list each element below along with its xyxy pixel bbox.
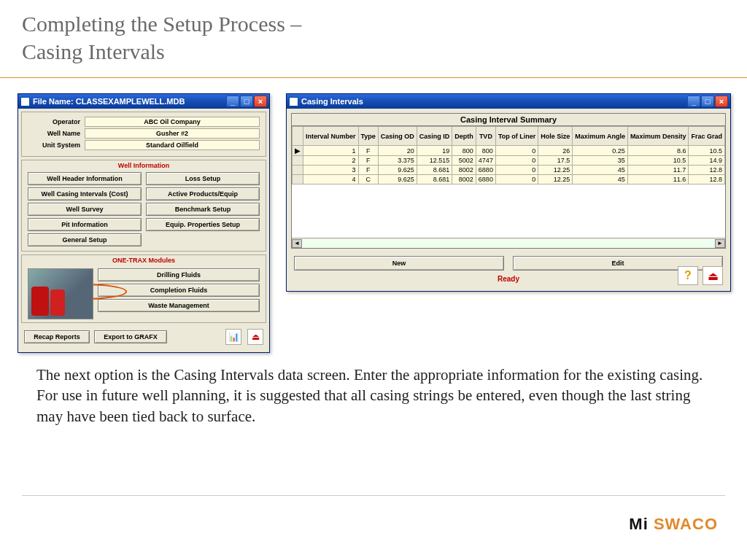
horizontal-scrollbar[interactable]: ◄ ► bbox=[292, 238, 725, 248]
column-header[interactable]: Frac Grad bbox=[689, 127, 725, 146]
row-selector[interactable] bbox=[293, 156, 303, 166]
row-selector[interactable] bbox=[293, 175, 303, 184]
close-button[interactable]: × bbox=[715, 96, 728, 107]
titlebar-right[interactable]: Casing Intervals _ □ × bbox=[287, 94, 730, 109]
titlebar-left[interactable]: File Name: CLASSEXAMPLEWELL.MDB _ □ × bbox=[18, 94, 269, 109]
exit-icon[interactable]: ⏏ bbox=[247, 329, 263, 345]
table-cell[interactable]: 12.8 bbox=[689, 175, 725, 184]
table-cell[interactable]: 0 bbox=[495, 166, 538, 175]
pit-info-button[interactable]: Pit Information bbox=[28, 218, 142, 231]
column-header[interactable]: Top of Liner bbox=[495, 127, 538, 146]
table-cell[interactable]: 800 bbox=[452, 146, 476, 156]
well-survey-button[interactable]: Well Survey bbox=[28, 203, 142, 216]
table-row[interactable]: 3F9.6258.68180026880012.254511.712.8 bbox=[293, 166, 725, 175]
table-cell[interactable]: 8.681 bbox=[417, 175, 452, 184]
value-operator: ABC Oil Company bbox=[85, 117, 260, 127]
column-header[interactable]: Type bbox=[358, 127, 378, 146]
well-header-button[interactable]: Well Header Information bbox=[28, 172, 142, 185]
scroll-left-icon[interactable]: ◄ bbox=[292, 239, 302, 248]
row-selector[interactable] bbox=[293, 166, 303, 175]
column-header[interactable]: Hole Size bbox=[538, 127, 573, 146]
minimize-button[interactable]: _ bbox=[687, 96, 700, 107]
table-cell[interactable]: 0 bbox=[495, 156, 538, 166]
column-header[interactable]: Depth bbox=[452, 127, 476, 146]
general-setup-button[interactable]: General Setup bbox=[28, 233, 142, 246]
table-cell[interactable]: 12.8 bbox=[689, 166, 725, 175]
table-cell[interactable]: 6880 bbox=[476, 175, 495, 184]
table-row[interactable]: ▶1F20198008000260.258.610.5 bbox=[293, 146, 725, 156]
close-button[interactable]: × bbox=[254, 96, 267, 107]
table-cell[interactable]: 2 bbox=[303, 156, 359, 166]
table-cell[interactable]: 26 bbox=[538, 146, 573, 156]
scroll-right-icon[interactable]: ► bbox=[715, 239, 725, 248]
table-cell[interactable]: 0.25 bbox=[573, 146, 628, 156]
benchmark-button[interactable]: Benchmark Setup bbox=[146, 203, 260, 216]
table-cell[interactable]: 3.375 bbox=[378, 156, 417, 166]
scroll-track[interactable] bbox=[302, 239, 715, 248]
column-header[interactable]: Casing ID bbox=[417, 127, 452, 146]
table-cell[interactable]: 12.25 bbox=[538, 175, 573, 184]
table-cell[interactable]: 20 bbox=[378, 146, 417, 156]
table-cell[interactable]: 12.515 bbox=[417, 156, 452, 166]
table-cell[interactable]: 0 bbox=[495, 175, 538, 184]
table-cell[interactable]: C bbox=[358, 175, 378, 184]
table-cell[interactable]: 9.625 bbox=[378, 175, 417, 184]
row-selector[interactable]: ▶ bbox=[293, 146, 303, 156]
table-cell[interactable]: 11.6 bbox=[627, 175, 689, 184]
maximize-button[interactable]: □ bbox=[240, 96, 253, 107]
table-cell[interactable]: 19 bbox=[417, 146, 452, 156]
table-cell[interactable]: 10.5 bbox=[627, 156, 689, 166]
table-cell[interactable]: 4747 bbox=[476, 156, 495, 166]
table-cell[interactable]: 35 bbox=[573, 156, 628, 166]
divider-bottom bbox=[22, 495, 725, 496]
table-cell[interactable]: F bbox=[358, 166, 378, 175]
column-header[interactable]: Maximum Density bbox=[627, 127, 689, 146]
drilling-fluids-button[interactable]: Drilling Fluids bbox=[98, 268, 260, 281]
recap-reports-button[interactable]: Recap Reports bbox=[24, 330, 90, 343]
casing-intervals-button[interactable]: Well Casing Intervals (Cost) bbox=[28, 187, 142, 201]
table-row[interactable]: 4C9.6258.68180026880012.254511.612.8 bbox=[293, 175, 725, 184]
active-products-button[interactable]: Active Products/Equip bbox=[146, 187, 260, 201]
new-button[interactable]: New bbox=[294, 256, 504, 271]
table-cell[interactable]: 17.5 bbox=[538, 156, 573, 166]
table-row[interactable]: 2F3.37512.51550024747017.53510.514.9 bbox=[293, 156, 725, 166]
column-header[interactable]: Casing OD bbox=[378, 127, 417, 146]
table-cell[interactable]: 9.625 bbox=[378, 166, 417, 175]
table-cell[interactable]: 45 bbox=[573, 175, 628, 184]
exit-icon[interactable]: ⏏ bbox=[703, 266, 723, 285]
table-cell[interactable]: F bbox=[358, 146, 378, 156]
section-title-wellinfo: Well Information bbox=[22, 160, 266, 171]
logo-mi: Mi bbox=[629, 515, 648, 533]
table-cell[interactable]: 12.25 bbox=[538, 166, 573, 175]
equip-props-button[interactable]: Equip. Properties Setup bbox=[146, 218, 260, 231]
table-cell[interactable]: 3 bbox=[303, 166, 359, 175]
table-cell[interactable]: 5002 bbox=[452, 156, 476, 166]
table-cell[interactable]: 800 bbox=[476, 146, 495, 156]
column-header[interactable]: Interval Number bbox=[303, 127, 359, 146]
waste-mgmt-button[interactable]: Waste Management bbox=[98, 299, 260, 312]
table-cell[interactable]: 1 bbox=[303, 146, 359, 156]
help-icon[interactable]: ? bbox=[678, 266, 698, 285]
maximize-button[interactable]: □ bbox=[701, 96, 714, 107]
column-header[interactable]: TVD bbox=[476, 127, 495, 146]
completion-fluids-button[interactable]: Completion Fluids bbox=[98, 284, 260, 297]
table-cell[interactable]: 11.7 bbox=[627, 166, 689, 175]
casing-table[interactable]: Interval NumberTypeCasing ODCasing IDDep… bbox=[292, 126, 725, 184]
column-header[interactable]: Maximum Angle bbox=[573, 127, 628, 146]
table-cell[interactable]: 4 bbox=[303, 175, 359, 184]
table-cell[interactable]: 45 bbox=[573, 166, 628, 175]
chart-icon[interactable]: 📊 bbox=[225, 329, 241, 345]
table-cell[interactable]: 8.6 bbox=[627, 146, 689, 156]
label-wellname: Well Name bbox=[28, 130, 85, 137]
table-cell[interactable]: 10.5 bbox=[689, 146, 725, 156]
table-cell[interactable]: 8.681 bbox=[417, 166, 452, 175]
table-cell[interactable]: F bbox=[358, 156, 378, 166]
export-grafx-button[interactable]: Export to GRAFX bbox=[94, 330, 167, 343]
loss-setup-button[interactable]: Loss Setup bbox=[146, 172, 260, 185]
table-cell[interactable]: 6880 bbox=[476, 166, 495, 175]
minimize-button[interactable]: _ bbox=[226, 96, 239, 107]
table-cell[interactable]: 0 bbox=[495, 146, 538, 156]
table-cell[interactable]: 14.9 bbox=[689, 156, 725, 166]
table-cell[interactable]: 8002 bbox=[452, 166, 476, 175]
table-cell[interactable]: 8002 bbox=[452, 175, 476, 184]
